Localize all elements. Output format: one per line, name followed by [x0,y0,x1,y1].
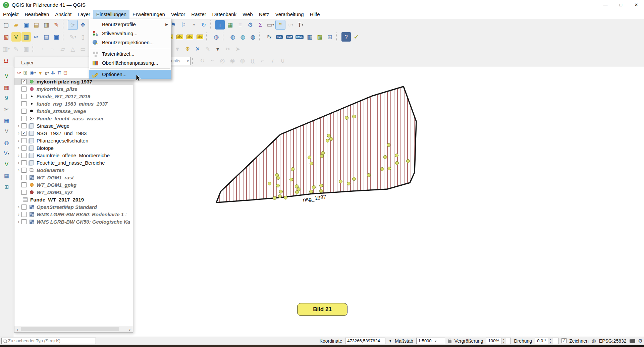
style-manager-button[interactable]: ✎ [52,20,61,30]
fill-ring-button[interactable]: ◍ [238,56,247,66]
simplify-feature-button[interactable]: ~ [208,56,217,66]
layer-row[interactable]: Funde_WT_2017_2019 [14,93,133,100]
layer-row[interactable]: ›Biotope [14,144,133,152]
menubar-item-einstellungen[interactable]: Einstellungen [93,10,129,19]
shape-dropdown-button[interactable]: ▾ [213,44,222,54]
scroll-right-icon[interactable]: › [127,327,133,332]
save-layer-edits-button[interactable]: ▣ [21,44,31,54]
magnifier-spinbox[interactable]: 100%▲▼ [486,338,511,344]
crs-value[interactable]: EPSG:25832 [599,338,627,344]
current-edits-button[interactable]: ▦▾ [1,44,11,54]
measure-button[interactable]: ▭▾ [266,20,275,30]
scroll-left-icon[interactable]: ‹ [14,327,20,332]
geo-search-button[interactable]: ◍ [248,32,258,42]
maximize-button[interactable]: □ [613,0,629,10]
menubar-item-hilfe[interactable]: Hilfe [307,10,323,19]
coordinate-capture-icon[interactable]: ➤ [387,338,393,344]
layer-expander-icon[interactable]: › [16,205,21,209]
new-print-layout-button[interactable]: ▤ [32,20,41,30]
menubar-item-netz[interactable]: Netz [256,10,272,19]
add-wms-layer-button[interactable]: ▣ [52,32,61,42]
menu-item-tastenkuerzel[interactable]: Tastenkürzel... [89,49,171,58]
layer-row[interactable]: ›OpenStreetMap Standard [14,203,133,211]
dock-vector-add-icon[interactable]: V [2,160,11,169]
toggle-editing-button[interactable]: ✎▾ [68,32,77,42]
data-source-manager-button[interactable]: ▧ [1,32,11,42]
layer-expander-icon[interactable]: › [16,131,21,135]
dock-grid-light-icon[interactable]: ▦ [2,171,11,180]
layer-checkbox[interactable] [21,146,26,151]
layer-expander-icon[interactable]: › [16,212,21,217]
menubar-item-erweiterungen[interactable]: Erweiterungen [129,10,168,19]
geometry-checker-button[interactable]: ✔ [352,32,361,42]
layer-checkbox[interactable] [21,219,26,224]
html-export-button[interactable]: HTML [295,32,304,42]
layer-checkbox[interactable] [21,109,26,114]
menu-item-benutzerprojektionen[interactable]: Benutzerprojektionen... [89,38,171,47]
close-button[interactable]: ✕ [629,0,644,10]
layer-expander-icon[interactable]: › [16,123,21,128]
search-layers-button[interactable]: ◍ [238,32,248,42]
identify-features-button[interactable]: i [215,20,225,30]
add-raster-layer-button[interactable]: ▦ [21,32,31,42]
layer-checkbox[interactable] [21,168,26,173]
layer-expander-icon[interactable]: › [16,160,21,165]
layer-row[interactable]: ›Strasse_Wege [14,122,133,129]
layer-checkbox[interactable] [21,79,26,84]
layer-checkbox[interactable] [21,205,26,210]
layer-row[interactable]: WT_DGM1_xyz [14,188,133,196]
layer-checkbox[interactable] [21,212,26,217]
cut-tool-button[interactable]: ✂ [223,44,232,54]
kml-export-button[interactable]: KML [275,32,284,42]
layer-row[interactable]: ›Feuchte_und_nasse_Bereiche [14,159,133,166]
split-features-button[interactable]: / [268,56,277,66]
menubar-item-verarbeitung[interactable]: Verarbeitung [272,10,307,19]
tasks-icon[interactable]: ⚙ [638,338,643,343]
add-point-feature-button[interactable]: ◦ [38,44,47,54]
menu-item-optionen[interactable]: Optionen... [89,70,171,79]
delete-selected-button[interactable]: ▭ [78,44,88,54]
text-annotation-button[interactable]: T▾ [296,20,305,30]
move-label-diagram-button[interactable]: abc [175,32,184,42]
menu-item-stilverwaltung[interactable]: Stilverwaltung... [89,29,171,38]
layer-expander-icon[interactable]: › [16,138,21,143]
statusbar-search-input[interactable]: Zu suchender Typ (Strg+K) [1,338,96,344]
layer-checkbox[interactable] [21,160,26,165]
dock-grid-blue-icon[interactable]: ▦ [2,116,11,125]
layer-checkbox[interactable] [21,116,26,121]
expand-all-icon[interactable]: ⇊ [51,70,55,76]
menubar-item-layer[interactable]: Layer [74,10,93,19]
statistics-button[interactable]: ≡ [235,20,245,30]
help-contents-button[interactable]: ? [341,32,351,42]
close-shape-button[interactable]: ✕ [193,44,202,54]
layer-row[interactable]: Funde_WT_2017_2019 [14,196,133,203]
color-grid-button[interactable]: ▩ [315,32,324,42]
filter-legend-icon[interactable]: ▼ [38,70,43,76]
checkbox-icon[interactable] [561,338,567,343]
layer-row[interactable]: ›Baumfreie_offene_Moorbereiche [14,152,133,159]
layer-row[interactable]: ›NSG_1937_und_1983 [14,129,133,137]
map-tips-button[interactable]: ❝ [276,20,285,30]
render-checkbox[interactable]: Zeichnen [561,338,589,344]
paste-features-button[interactable]: ▯ [78,32,88,42]
coordinate-input[interactable]: 473266,5397824 [345,338,385,344]
new-project-button[interactable]: ▢ [1,20,11,30]
layer-row[interactable]: ›WMS LGRB-BW BK50: Bodenkarte 1 : [14,211,133,218]
show-bookmarks-button[interactable]: ⚐ [179,20,188,30]
merge-features-button[interactable]: ∪ [278,56,287,66]
layer-checkbox[interactable] [21,94,26,99]
python-console-button[interactable]: Py [265,32,274,42]
layer-checkbox[interactable] [21,123,26,128]
menubar-item-vektor[interactable]: Vektor [168,10,189,19]
add-group-icon[interactable]: ⊞ [23,70,28,76]
layer-checkbox[interactable] [21,175,26,180]
layer-row[interactable]: WT_DGM1_rast [14,174,133,181]
spin-arrows-icon[interactable]: ▲▼ [501,338,506,344]
grid-plugin-button[interactable]: ⊞ [325,32,334,42]
temporal-controller-button[interactable]: ◔ [189,20,198,30]
remove-layer-icon[interactable]: ⊟ [63,70,68,76]
menu-item-benutzerprofile[interactable]: Benutzerprofile▶ [89,20,171,29]
reshape-button[interactable]: ⌐ [258,56,267,66]
pan-to-selection-button[interactable]: ✥ [78,20,88,30]
open-layer-styling-icon[interactable]: ✑ [17,70,21,76]
